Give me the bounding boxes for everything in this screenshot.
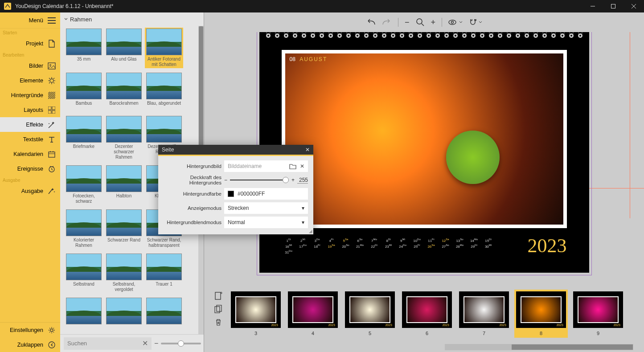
close-button[interactable] (623, 0, 644, 12)
filmstrip-item[interactable]: 20238 (514, 290, 568, 338)
filmstrip-item[interactable]: 20239 (571, 290, 625, 338)
sidebar-item-effekte[interactable]: Effekte (0, 117, 60, 132)
blend-mode-select[interactable]: Normal ▾ (224, 217, 308, 228)
dialog-close-button[interactable]: ✕ (305, 147, 310, 153)
svg-rect-0 (4, 3, 11, 10)
svg-rect-13 (48, 111, 51, 114)
gallery-item[interactable]: Fotoecken, schwarz (65, 164, 103, 205)
undo-button[interactable] (366, 18, 376, 26)
svg-rect-2 (611, 4, 615, 8)
sidebar-item-kalendarien[interactable]: Kalendarien (0, 147, 60, 161)
svg-rect-15 (49, 152, 55, 157)
calendar-photo[interactable]: 08 August (285, 53, 563, 225)
color-swatch (228, 191, 234, 197)
dialog-title: Seite (162, 147, 174, 153)
search-input[interactable]: ✕ (64, 337, 152, 350)
maximize-button[interactable] (603, 0, 623, 12)
sidebar-item-hintergruende[interactable]: Hintergründe (0, 88, 60, 102)
sidebar-item-ausgabe[interactable]: Ausgabe (0, 184, 60, 198)
duplicate-page-button[interactable] (214, 305, 222, 314)
menu-button[interactable]: Menü (0, 12, 60, 29)
svg-rect-29 (217, 305, 222, 311)
gallery-item[interactable]: Selbstrand (65, 253, 103, 293)
minimize-button[interactable] (582, 0, 603, 12)
gallery-item[interactable] (145, 297, 183, 334)
clear-icon[interactable]: ✕ (142, 339, 148, 348)
opacity-slider[interactable] (230, 180, 289, 180)
gallery-header[interactable]: Rahmen (60, 12, 204, 26)
chevron-down-icon (64, 17, 68, 21)
label-blendmodus: Hintergrundblendmodus (164, 220, 222, 225)
dropdown-icon: ▾ (302, 205, 304, 211)
gallery-item[interactable]: Kolorierter Rahmen (65, 209, 103, 249)
svg-line-23 (422, 24, 424, 26)
document-icon (48, 40, 56, 48)
opacity-minus[interactable]: − (224, 177, 227, 183)
calendar-icon (48, 150, 56, 158)
redo-button[interactable] (382, 18, 392, 26)
filmstrip-item[interactable]: 20233 (229, 290, 283, 338)
gallery-item[interactable]: Barockrahmen (105, 72, 143, 111)
sidebar-item-projekt[interactable]: Projekt (0, 36, 60, 51)
page-number: 08 (290, 56, 295, 62)
sidebar-item-layouts[interactable]: Layouts (0, 102, 60, 117)
sidebar-item-ereignisse[interactable]: Ereignisse (0, 161, 60, 176)
background-image-input[interactable]: Bilddateiname ✕ (224, 160, 308, 172)
add-page-button[interactable]: + (214, 291, 222, 300)
sidebar-item-textstile[interactable]: Textstile (0, 132, 60, 147)
gallery-item[interactable]: Schwarzer Rand (105, 209, 143, 249)
guide-vertical (630, 32, 630, 218)
gallery-item[interactable]: Trauer 1 (145, 253, 183, 293)
gallery-zoom-slider[interactable] (161, 343, 201, 344)
gallery-item[interactable]: Halbton (105, 164, 143, 205)
sidebar-item-bilder[interactable]: Bilder (0, 58, 60, 73)
clock-icon (48, 165, 56, 173)
gallery-item[interactable]: 35 mm (65, 28, 103, 68)
filmstrip-item[interactable]: 20235 (343, 290, 397, 338)
filmstrip-scrollbar[interactable] (445, 344, 633, 350)
display-mode-select[interactable]: Strecken ▾ (224, 202, 308, 214)
filmstrip-item[interactable]: 20236 (400, 290, 454, 338)
gallery-item[interactable] (65, 297, 103, 334)
label-anzeigemodus: Anzeigemodus (164, 205, 222, 211)
folder-icon[interactable] (289, 163, 296, 169)
gallery-item[interactable]: Selbstrand, vergoldet (105, 253, 143, 293)
svg-rect-8 (48, 63, 55, 69)
filmstrip-item[interactable]: 20234 (286, 290, 340, 338)
page-dialog: Seite ✕ Hintergrundbild Bilddateiname ✕ … (158, 145, 313, 234)
gallery-item[interactable]: Blau, abgerundet (145, 72, 183, 111)
sidebar-item-elemente[interactable]: Elemente (0, 73, 60, 88)
zoom-fit-button[interactable] (416, 18, 425, 27)
sidebar-item-einstellungen[interactable]: Einstellungen (0, 323, 60, 337)
month-label: August (299, 56, 327, 62)
section-bearbeiten: Bearbeiten (0, 51, 60, 58)
gallery-item[interactable]: Bambus (65, 72, 103, 111)
calendar-dates: 1Di2Mi3Do4Fr5Sa6So7Mo8Di9Mi10Do11Fr12Sa1… (282, 237, 509, 255)
gallery-item[interactable]: Alu und Glas (105, 28, 143, 68)
menu-label: Menü (29, 17, 43, 24)
app-logo (4, 2, 12, 10)
dropdown-icon: ▾ (302, 219, 304, 225)
gallery-item[interactable]: Briefmarke (65, 115, 103, 161)
calendar-year: 2023 (528, 234, 567, 257)
snap-dropdown[interactable] (469, 18, 482, 26)
zoom-in-canvas[interactable]: + (431, 18, 436, 27)
svg-point-22 (417, 19, 422, 24)
clear-image-icon[interactable]: ✕ (300, 163, 304, 169)
view-dropdown[interactable] (448, 19, 463, 26)
svg-point-9 (50, 64, 51, 65)
opacity-plus[interactable]: + (291, 177, 295, 183)
background-color-input[interactable]: #000000FF (224, 188, 308, 200)
delete-page-button[interactable] (215, 318, 222, 326)
gallery-item[interactable]: Antiker Fotorand mit Schatten (145, 28, 183, 68)
elements-icon (48, 77, 56, 85)
filmstrip-item[interactable]: 20237 (457, 290, 511, 338)
gallery-item[interactable]: Dezenter schwarzer Rahmen (105, 115, 143, 161)
effects-icon (48, 121, 56, 129)
sidebar-item-zuklappen[interactable]: Zuklappen (0, 337, 60, 352)
resize-grip[interactable]: ◢ (309, 229, 312, 233)
opacity-value[interactable]: 255 (297, 177, 308, 184)
zoom-out-button[interactable]: − (154, 340, 158, 348)
zoom-out-canvas[interactable]: − (405, 18, 410, 27)
gallery-item[interactable] (105, 297, 143, 334)
